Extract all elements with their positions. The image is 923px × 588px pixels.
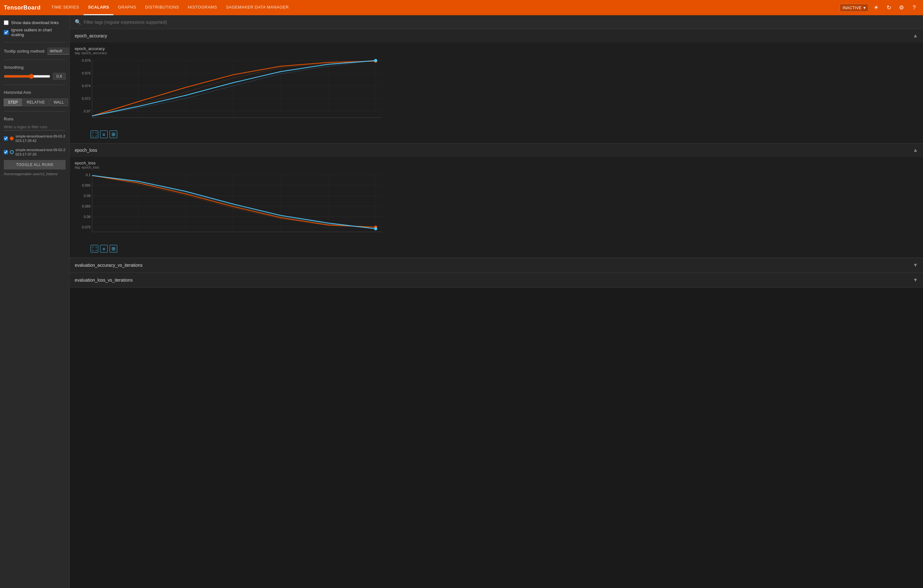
top-nav: TensorBoard TIME SERIESSCALARSGRAPHSDIST… xyxy=(0,0,923,15)
search-icon: 🔍 xyxy=(75,19,81,25)
runs-label: Runs xyxy=(4,117,66,122)
svg-text:0.08: 0.08 xyxy=(84,215,90,218)
help-icon-btn[interactable]: ? xyxy=(909,3,919,13)
run-1-color-icon xyxy=(10,136,14,140)
run-2-label: simple-tensorboard-test-09-02-2023-17-37… xyxy=(15,148,66,157)
epoch-loss-toolbar: ⛶ ≡ ⊞ xyxy=(75,245,918,253)
smoothing-row xyxy=(4,73,66,79)
epoch-accuracy-section: epoch_accuracy ▲ epoch_accuracy tag: epo… xyxy=(70,29,923,143)
filter-tags-input[interactable] xyxy=(84,20,918,25)
show-download-checkbox-row[interactable]: Show data download links xyxy=(4,20,66,25)
svg-text:0.97: 0.97 xyxy=(84,109,90,113)
tooltip-sorting-label: Tooltip sorting method: xyxy=(4,49,45,54)
axis-step-button[interactable]: STEP xyxy=(4,99,22,106)
download-button-loss[interactable]: ⊞ xyxy=(110,245,117,253)
epoch-accuracy-chart: 0.978 0.976 0.974 0.972 0.97 xyxy=(75,57,918,128)
divider-3 xyxy=(4,85,66,85)
run-2-color-icon xyxy=(10,150,14,154)
svg-text:0.974: 0.974 xyxy=(82,84,90,88)
options-section: Show data download links Ignore outliers… xyxy=(4,20,66,37)
chevron-down-icon: ▾ xyxy=(864,5,866,10)
svg-point-19 xyxy=(374,59,377,62)
status-label: INACTIVE xyxy=(843,5,862,10)
nav-item-sagemaker-data-manager[interactable]: SAGEMAKER DATA MANAGER xyxy=(222,0,293,15)
svg-text:0.075: 0.075 xyxy=(82,225,90,229)
nav-item-time-series[interactable]: TIME SERIES xyxy=(47,0,84,15)
run-2-checkbox[interactable] xyxy=(4,150,8,154)
epoch-loss-svg: 0.1 0.095 0.09 0.085 0.08 0.075 xyxy=(75,172,391,241)
epoch-accuracy-toolbar: ⛶ ≡ ⊞ xyxy=(75,131,918,138)
nav-item-scalars[interactable]: SCALARS xyxy=(84,0,113,15)
epoch-loss-chart: 0.1 0.095 0.09 0.085 0.08 0.075 xyxy=(75,172,918,242)
runs-section: Runs simple-tensorboard-test-09-02-2023-… xyxy=(4,117,66,176)
main-layout: Show data download links Ignore outliers… xyxy=(0,15,923,588)
run-1-checkbox[interactable] xyxy=(4,136,8,141)
epoch-loss-title: epoch_loss xyxy=(75,148,97,153)
ignore-outliers-label: Ignore outliers in chart scaling xyxy=(11,28,66,37)
smoothing-section: Smoothing xyxy=(4,65,66,79)
nav-item-graphs[interactable]: GRAPHS xyxy=(113,0,141,15)
run-1-label: simple-tensorboard-test-09-02-2023-17-29… xyxy=(15,134,66,143)
nav-item-distributions[interactable]: DISTRIBUTIONS xyxy=(141,0,183,15)
svg-text:0.978: 0.978 xyxy=(82,59,90,62)
ignore-outliers-checkbox-row[interactable]: Ignore outliers in chart scaling xyxy=(4,28,66,37)
horizontal-axis-label: Horizontal Axis xyxy=(4,90,66,95)
smoothing-label: Smoothing xyxy=(4,65,66,70)
log-path: /home/sagemaker-user/s3_folders/ xyxy=(4,172,66,176)
fullscreen-button-loss[interactable]: ⛶ xyxy=(90,245,98,253)
epoch-accuracy-meta-title: epoch_accuracy xyxy=(75,46,918,51)
download-button-accuracy[interactable]: ⊞ xyxy=(110,131,117,138)
ignore-outliers-checkbox[interactable] xyxy=(4,30,8,35)
nav-right: INACTIVE ▾ ☀ ↻ ⚙ ? xyxy=(840,3,919,13)
filter-bar: 🔍 xyxy=(70,15,923,29)
show-download-checkbox[interactable] xyxy=(4,20,8,25)
tooltip-row: Tooltip sorting method: default descendi… xyxy=(4,48,66,54)
smoothing-value-input[interactable] xyxy=(53,73,66,79)
svg-text:0.085: 0.085 xyxy=(82,204,90,208)
epoch-loss-meta-tag: tag: epoch_loss xyxy=(75,165,918,169)
axis-buttons: STEP RELATIVE WALL xyxy=(4,99,66,106)
epoch-accuracy-body: epoch_accuracy tag: epoch_accuracy xyxy=(70,43,923,143)
epoch-accuracy-header[interactable]: epoch_accuracy ▲ xyxy=(70,29,923,43)
run-item-2[interactable]: simple-tensorboard-test-09-02-2023-17-37… xyxy=(4,147,66,158)
status-dropdown[interactable]: INACTIVE ▾ xyxy=(840,4,869,12)
evaluation-accuracy-section[interactable]: evaluation_accuracy_vs_iterations ▼ xyxy=(70,258,923,273)
brand-logo: TensorBoard xyxy=(4,5,41,11)
svg-point-41 xyxy=(374,227,377,230)
epoch-loss-section: epoch_loss ▲ epoch_loss tag: epoch_loss xyxy=(70,143,923,258)
runs-filter-input[interactable] xyxy=(4,124,66,131)
svg-text:0.976: 0.976 xyxy=(82,71,90,75)
fullscreen-button-accuracy[interactable]: ⛶ xyxy=(90,131,98,138)
evaluation-loss-title: evaluation_loss_vs_iterations xyxy=(75,278,133,283)
brightness-icon-btn[interactable]: ☀ xyxy=(871,3,881,13)
epoch-accuracy-svg: 0.978 0.976 0.974 0.972 0.97 xyxy=(75,57,391,127)
epoch-loss-header[interactable]: epoch_loss ▲ xyxy=(70,143,923,157)
refresh-icon-btn[interactable]: ↻ xyxy=(884,3,894,13)
collapse-epoch-accuracy-icon: ▲ xyxy=(913,33,918,39)
nav-items: TIME SERIESSCALARSGRAPHSDISTRIBUTIONSHIS… xyxy=(47,0,293,15)
axis-relative-button[interactable]: RELATIVE xyxy=(23,99,49,106)
svg-text:0.1: 0.1 xyxy=(86,173,90,177)
expand-eval-loss-icon: ▼ xyxy=(913,277,918,283)
evaluation-accuracy-title: evaluation_accuracy_vs_iterations xyxy=(75,263,143,268)
run-item-1[interactable]: simple-tensorboard-test-09-02-2023-17-29… xyxy=(4,133,66,144)
collapse-epoch-loss-icon: ▲ xyxy=(913,147,918,153)
show-download-label: Show data download links xyxy=(11,20,59,25)
divider-1 xyxy=(4,42,66,43)
svg-text:0.09: 0.09 xyxy=(84,194,90,198)
toggle-all-runs-button[interactable]: TOGGLE ALL RUNS xyxy=(4,160,66,169)
svg-text:0.095: 0.095 xyxy=(82,184,90,187)
smoothing-slider[interactable] xyxy=(4,74,50,79)
epoch-accuracy-title: epoch_accuracy xyxy=(75,33,107,38)
evaluation-loss-section[interactable]: evaluation_loss_vs_iterations ▼ xyxy=(70,273,923,287)
settings-icon-btn[interactable]: ⚙ xyxy=(897,3,907,13)
tooltip-sorting-select[interactable]: default descending ascending nearest xyxy=(47,48,70,54)
main-content: 🔍 epoch_accuracy ▲ epoch_accuracy tag: e… xyxy=(70,15,923,588)
nav-item-histograms[interactable]: HISTOGRAMS xyxy=(183,0,222,15)
divider-2 xyxy=(4,59,66,60)
axis-wall-button[interactable]: WALL xyxy=(49,99,68,106)
horizontal-axis-section: Horizontal Axis STEP RELATIVE WALL xyxy=(4,90,66,106)
data-table-button-loss[interactable]: ≡ xyxy=(100,245,108,253)
epoch-accuracy-meta-tag: tag: epoch_accuracy xyxy=(75,51,918,55)
data-table-button-accuracy[interactable]: ≡ xyxy=(100,131,108,138)
